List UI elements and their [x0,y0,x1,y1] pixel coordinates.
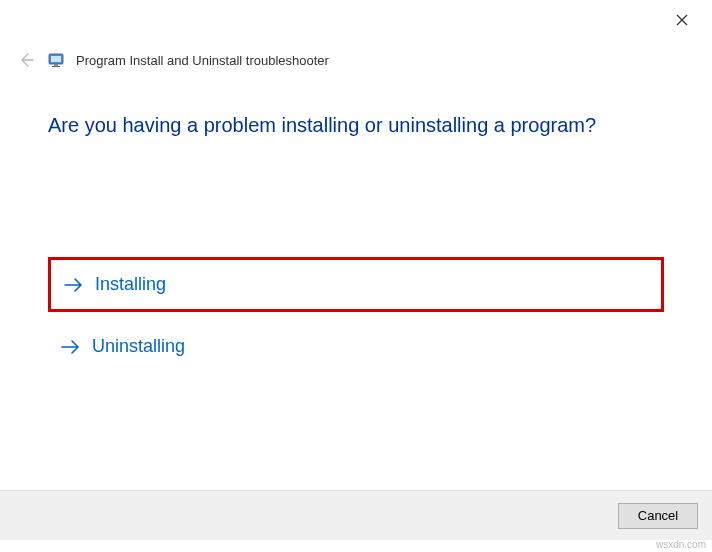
content-area: Are you having a problem installing or u… [0,78,712,371]
window-title: Program Install and Uninstall troublesho… [76,53,329,68]
arrow-right-icon [63,275,83,295]
question-heading: Are you having a problem installing or u… [48,114,664,137]
option-installing-label: Installing [95,274,166,295]
header: Program Install and Uninstall troublesho… [0,38,712,78]
arrow-right-icon [60,337,80,357]
svg-rect-5 [52,66,60,67]
option-installing[interactable]: Installing [48,257,664,312]
option-uninstalling-label: Uninstalling [92,336,185,357]
close-icon [676,14,688,26]
close-button[interactable] [666,8,698,32]
titlebar [0,0,712,38]
back-button[interactable] [16,50,36,70]
back-arrow-icon [18,52,34,68]
option-uninstalling[interactable]: Uninstalling [48,322,664,371]
troubleshooter-icon [48,52,64,68]
svg-rect-4 [54,64,58,66]
watermark: wsxdn.com [656,539,706,550]
cancel-button[interactable]: Cancel [618,503,698,529]
footer: Cancel [0,490,712,540]
svg-rect-3 [51,56,61,62]
